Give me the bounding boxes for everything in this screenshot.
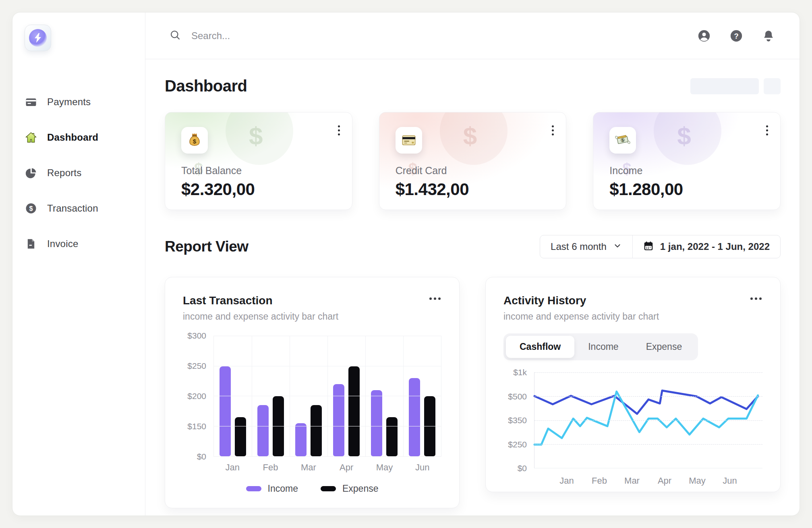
header-placeholders	[690, 78, 781, 94]
period-dropdown-label: Last 6 month	[551, 241, 607, 252]
help-icon[interactable]: ?	[728, 28, 744, 44]
activity-history-panel: Activity History income and expense acti…	[485, 277, 781, 492]
calendar-icon	[643, 241, 654, 253]
tab-expense[interactable]: Expense	[632, 336, 696, 358]
credit-card-emoji-icon	[396, 127, 422, 154]
document-icon	[25, 237, 37, 250]
ghost-circle	[226, 112, 293, 165]
expense-bar	[235, 417, 246, 456]
sidebar-item-payments[interactable]: Payments	[25, 96, 145, 108]
skeleton-placeholder-square	[764, 78, 781, 94]
app-logo[interactable]	[25, 25, 51, 51]
svg-text:$: $	[29, 205, 33, 212]
panel-title: Last Transaction	[183, 294, 441, 307]
card-menu-button[interactable]	[336, 124, 342, 137]
sidebar-item-reports[interactable]: Reports	[25, 166, 145, 179]
skeleton-placeholder-wide	[690, 78, 759, 94]
bar-group-mar	[290, 336, 327, 456]
expense-bar	[273, 396, 284, 456]
panel-menu-button[interactable]	[748, 295, 764, 302]
x-axis-tick-label: Apr	[327, 462, 365, 473]
x-axis-tick-label: Jan	[213, 462, 251, 473]
topbar-icons: ?	[696, 28, 777, 44]
income-bar	[409, 378, 420, 456]
bar-group-may	[365, 336, 403, 456]
x-axis-tick-label: Feb	[251, 462, 289, 473]
y-axis-tick-label: $250	[508, 440, 527, 449]
chevron-down-icon	[613, 241, 622, 252]
x-axis-tick-label: Jun	[723, 476, 737, 486]
ghost-circle	[654, 112, 721, 165]
card-value: $1.432,00	[396, 180, 550, 199]
notification-bell-icon[interactable]	[760, 28, 777, 44]
card-value: $1.280,00	[609, 180, 764, 199]
svg-text:?: ?	[734, 32, 738, 40]
line-chart-plot	[534, 372, 762, 468]
search-icon	[170, 29, 181, 42]
summary-cards: $ $ $ Total Balance $2.320,00 $ $	[165, 112, 781, 210]
legend-label: Expense	[342, 483, 379, 494]
dollar-circle-icon: $	[25, 202, 37, 215]
sidebar-item-transaction[interactable]: $ Transaction	[25, 202, 145, 215]
card-credit-card: $ $ Credit Card $1.432,00	[379, 112, 567, 210]
x-axis-tick-label: Mar	[290, 462, 327, 473]
y-axis-tick-label: $300	[187, 331, 206, 341]
legend-swatch	[246, 486, 261, 491]
date-range-picker[interactable]: 1 jan, 2022 - 1 Jun, 2022	[632, 235, 780, 258]
user-avatar-icon[interactable]	[696, 28, 712, 44]
money-with-wings-icon: $	[609, 127, 636, 154]
x-axis-tick-label: Apr	[658, 476, 671, 486]
pie-chart-icon	[25, 166, 37, 179]
sidebar-item-invoice[interactable]: Invoice	[25, 237, 145, 250]
lightning-icon	[29, 29, 47, 47]
y-axis-tick-label: $0	[518, 464, 527, 473]
x-axis-tick-label: May	[365, 462, 403, 473]
expense-bar	[311, 405, 322, 456]
y-axis-tick-label: $1k	[513, 368, 527, 377]
sidebar-item-label: Transaction	[47, 203, 98, 214]
card-label: Income	[609, 165, 764, 177]
ghost-circle	[440, 112, 508, 165]
y-axis-tick-label: $200	[187, 391, 206, 401]
period-dropdown[interactable]: Last 6 month	[540, 235, 632, 258]
income-bar	[257, 405, 269, 456]
sidebar-item-label: Invoice	[47, 238, 78, 249]
card-label: Credit Card	[396, 165, 550, 177]
sidebar-item-label: Dashboard	[47, 132, 98, 143]
svg-text:$: $	[193, 138, 197, 145]
bar-chart-y-axis: $0$150$200$250$300	[183, 336, 213, 457]
tab-income[interactable]: Income	[574, 336, 632, 358]
income-bar	[220, 366, 231, 457]
sidebar: Payments Dashboard Reports $	[12, 12, 145, 516]
sidebar-item-dashboard[interactable]: Dashboard	[25, 131, 145, 144]
x-axis-tick-label: Jun	[404, 462, 441, 473]
expense-bar	[348, 366, 360, 457]
card-income: $ $ $ Income $1.280,00	[593, 112, 781, 210]
expense-bar	[424, 396, 435, 456]
card-value: $2.320,00	[181, 180, 336, 199]
search-input[interactable]	[191, 30, 433, 42]
bar-chart-legend: IncomeExpense	[183, 483, 441, 494]
card-menu-button[interactable]	[764, 124, 770, 137]
y-axis-tick-label: $150	[187, 422, 206, 431]
page-title: Dashboard	[165, 77, 247, 95]
line-chart-y-axis: $0$250$350$500$1k	[503, 372, 534, 468]
credit-card-icon	[25, 96, 37, 108]
income-bar	[371, 390, 382, 456]
x-axis-tick-label: May	[689, 476, 706, 486]
content: Dashboard $ $ $ Total Balance	[145, 59, 800, 508]
sidebar-item-label: Payments	[47, 96, 91, 108]
sidebar-nav: Payments Dashboard Reports $	[25, 96, 145, 250]
panel-title: Activity History	[503, 294, 762, 307]
panel-menu-button[interactable]	[427, 295, 443, 302]
bar-group-feb	[252, 336, 290, 456]
card-menu-button[interactable]	[550, 124, 555, 137]
x-axis-tick-label: Mar	[624, 476, 640, 486]
main-area: ? Dashboard $	[145, 12, 800, 516]
sidebar-item-label: Reports	[47, 167, 81, 179]
card-label: Total Balance	[181, 165, 336, 177]
legend-swatch	[321, 486, 336, 491]
tab-cashflow[interactable]: Cashflow	[506, 336, 574, 358]
panel-subtitle: income and expense activity bar chart	[503, 311, 762, 322]
home-icon	[25, 131, 37, 144]
